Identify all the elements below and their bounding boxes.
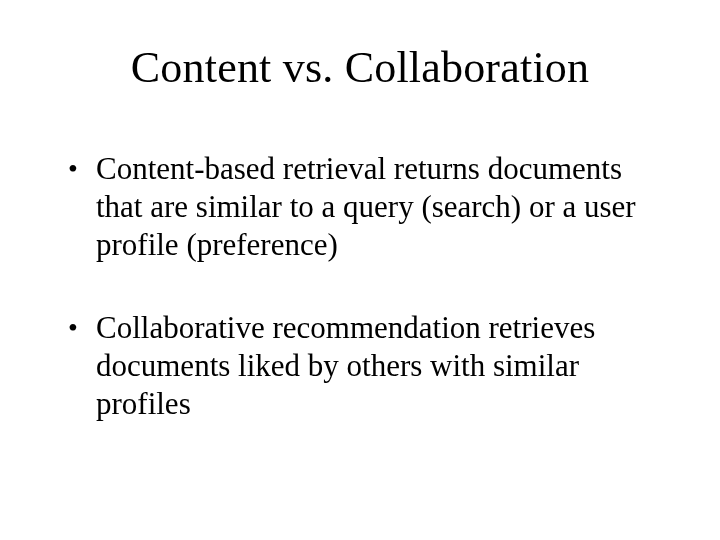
list-item: Collaborative recommendation retrieves d… — [62, 309, 650, 422]
slide-body: Content-based retrieval returns document… — [62, 150, 650, 469]
slide-title: Content vs. Collaboration — [0, 42, 720, 93]
list-item: Content-based retrieval returns document… — [62, 150, 650, 263]
slide: Content vs. Collaboration Content-based … — [0, 0, 720, 540]
bullet-list: Content-based retrieval returns document… — [62, 150, 650, 423]
